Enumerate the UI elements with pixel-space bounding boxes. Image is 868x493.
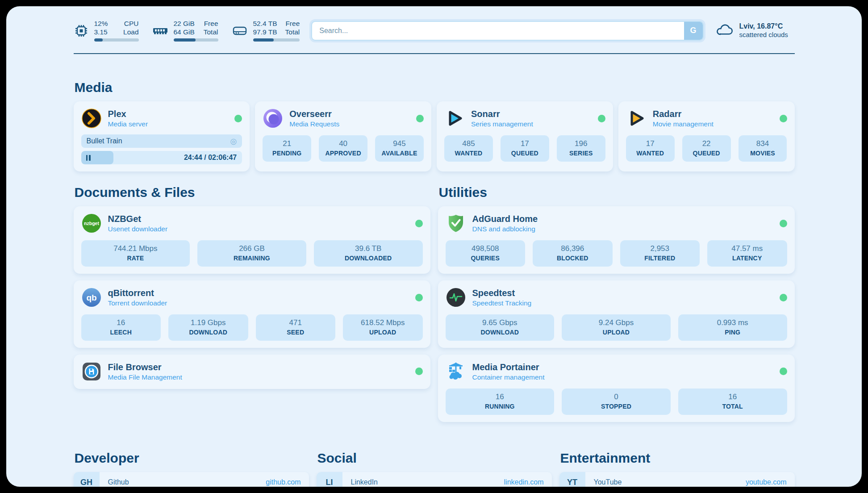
disk-free-label: Free	[285, 20, 300, 28]
app-card-filebrowser[interactable]: File Browser Media File Management	[74, 355, 430, 389]
stat-chip: 834MOVIES	[739, 135, 787, 162]
stat-chip: 618.52 MbpsUPLOAD	[343, 314, 423, 341]
link-url[interactable]: github.com	[266, 478, 300, 486]
cpu-progress-fill	[94, 38, 103, 42]
stat-chip: 471SEED	[256, 314, 336, 341]
ram-free-value: 22 GiB	[174, 20, 195, 28]
status-online-dot	[415, 294, 423, 301]
cpu-load-label: Load	[123, 28, 138, 37]
section-documents: Documents & Files nzbget NZBGet Usenet d…	[74, 185, 430, 422]
app-subtitle: Media File Management	[108, 373, 182, 381]
disk-stat: 52.4 TBFree 97.9 TBTotal	[232, 20, 300, 42]
cloud-icon	[715, 22, 734, 40]
playback-progress-bar[interactable]: 24:44 / 02:06:47	[81, 151, 242, 164]
section-title-entertainment: Entertainment	[560, 451, 795, 466]
cpu-load-value: 3.15	[94, 28, 108, 37]
stat-chip: 945AVAILABLE	[375, 135, 424, 162]
link-abbr: YT	[559, 472, 585, 487]
link-abbr: GH	[74, 472, 100, 487]
app-title: NZBGet	[108, 213, 168, 225]
portainer-icon	[446, 361, 466, 382]
svg-text:qb: qb	[86, 293, 96, 302]
status-online-dot	[780, 294, 787, 301]
stat-chip: 266 GBREMAINING	[197, 240, 306, 267]
stat-chip: 39.6 TBDOWNLOADED	[314, 240, 423, 267]
app-card-sonarr[interactable]: Sonarr Series management 485WANTED 17QUE…	[437, 101, 613, 171]
search-engine-button[interactable]: G	[684, 22, 703, 40]
ram-stat: 22 GiBFree 64 GiBTotal	[152, 20, 218, 42]
pause-icon	[86, 155, 91, 161]
app-title: File Browser	[108, 362, 182, 373]
section-social: Social LI LinkedIn linkedin.com TW Twitt…	[317, 451, 552, 487]
app-card-qbittorrent[interactable]: qb qBittorrent Torrent downloader 16LEEC…	[74, 280, 430, 348]
ram-progress-bar	[174, 38, 218, 42]
app-card-speedtest[interactable]: Speedtest Speedtest Tracking 9.65 GbpsDO…	[438, 280, 795, 348]
app-card-adguard[interactable]: AdGuard Home DNS and adblocking 498,508Q…	[438, 206, 795, 274]
app-title: Media Portainer	[472, 362, 545, 373]
app-card-portainer[interactable]: Media Portainer Container management 16R…	[438, 355, 795, 422]
disk-progress-fill	[253, 38, 274, 42]
app-card-overseerr[interactable]: Overseerr Media Requests 21PENDING 40APP…	[255, 101, 431, 171]
ram-free-label: Free	[204, 20, 218, 28]
radarr-icon	[626, 108, 647, 129]
stat-chip: 498,508QUERIES	[446, 240, 526, 267]
link-github[interactable]: GH Github github.com	[74, 472, 309, 487]
stat-chip: 16TOTAL	[678, 389, 787, 415]
app-card-radarr[interactable]: Radarr Movie management 17WANTED 22QUEUE…	[618, 101, 795, 171]
weather-condition: scattered clouds	[739, 31, 788, 39]
link-name: Github	[108, 478, 129, 486]
status-online-dot	[234, 115, 242, 122]
link-linkedin[interactable]: LI LinkedIn linkedin.com	[317, 472, 552, 487]
section-media: Media Plex Media server	[74, 80, 795, 171]
cpu-label: CPU	[124, 20, 139, 28]
speedtest-icon	[446, 287, 466, 308]
app-subtitle: Speedtest Tracking	[472, 299, 532, 307]
app-title: Overseerr	[289, 109, 339, 120]
stat-chip: 485WANTED	[444, 135, 493, 162]
app-subtitle: Usenet downloader	[108, 225, 168, 233]
status-online-dot	[780, 115, 787, 122]
search-input[interactable]	[311, 21, 703, 41]
link-youtube[interactable]: YT YouTube youtube.com	[559, 472, 795, 487]
stat-chip: 744.21 MbpsRATE	[81, 240, 190, 267]
link-name: YouTube	[594, 478, 622, 486]
stat-chip: 86,396BLOCKED	[533, 240, 613, 267]
stat-chip: 17WANTED	[626, 135, 675, 162]
app-subtitle: DNS and adblocking	[472, 225, 538, 233]
weather-location: Lviv, 16.87°C	[739, 22, 788, 31]
qbittorrent-icon: qb	[81, 287, 102, 308]
now-playing-title: Bullet Train	[87, 137, 122, 145]
app-card-nzbget[interactable]: nzbget NZBGet Usenet downloader 744.21 M…	[74, 206, 430, 274]
link-url[interactable]: linkedin.com	[504, 478, 544, 486]
app-card-plex[interactable]: Plex Media server Bullet Train ◎	[74, 101, 250, 171]
topbar: 12%CPU 3.15Load 22 GiBFree 64	[74, 6, 795, 42]
section-utilities: Utilities	[438, 185, 795, 422]
section-title-utilities: Utilities	[439, 185, 795, 200]
stat-chip: 22QUEUED	[682, 135, 731, 162]
ram-progress-fill	[174, 38, 196, 42]
section-developer: Developer GH Github github.com SO StackO…	[74, 451, 309, 487]
app-title: Radarr	[653, 109, 714, 120]
stat-chip: 2,953FILTERED	[620, 240, 700, 267]
nzbget-icon: nzbget	[81, 213, 102, 234]
app-subtitle: Media Requests	[289, 120, 339, 128]
system-stats: 12%CPU 3.15Load 22 GiBFree 64	[74, 20, 300, 42]
app-title: AdGuard Home	[472, 213, 538, 225]
sonarr-icon	[444, 108, 465, 129]
ram-total-label: Total	[204, 28, 218, 37]
stat-chip: 0STOPPED	[562, 389, 671, 415]
adguard-icon	[446, 213, 466, 234]
section-title-developer: Developer	[75, 451, 309, 466]
disk-icon	[232, 23, 248, 38]
dashboard: 12%CPU 3.15Load 22 GiBFree 64	[6, 6, 862, 487]
filebrowser-icon	[81, 361, 102, 382]
status-online-dot	[415, 368, 423, 375]
stat-chip: 16RUNNING	[446, 389, 555, 415]
ram-total-value: 64 GiB	[174, 28, 195, 37]
stat-chip: 1.19 GbpsDOWNLOAD	[168, 314, 248, 341]
cpu-progress-bar	[94, 38, 139, 42]
player-settings-icon[interactable]: ◎	[230, 137, 237, 146]
cpu-stat: 12%CPU 3.15Load	[74, 20, 139, 42]
link-url[interactable]: youtube.com	[746, 478, 787, 486]
app-subtitle: Torrent downloader	[108, 299, 167, 307]
